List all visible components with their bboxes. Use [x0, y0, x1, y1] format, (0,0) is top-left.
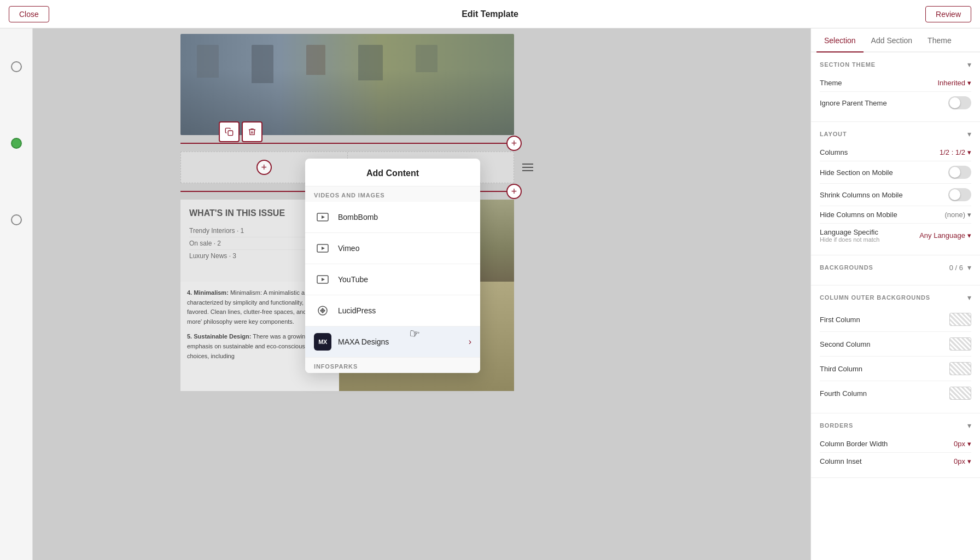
hide-columns-label: Hide Columns on Mobile: [820, 211, 897, 219]
vimeo-label: Vimeo: [338, 244, 471, 253]
backgrounds-chevron[interactable]: ▾: [967, 263, 971, 272]
right-panel: Selection Add Section Theme Section Them…: [810, 28, 980, 560]
border-width-value[interactable]: 0px ▾: [954, 440, 971, 448]
col-item-second[interactable]: Second Column: [820, 332, 971, 357]
borders-chevron[interactable]: ▾: [967, 421, 971, 430]
language-label: Language Specific: [820, 228, 879, 236]
shrink-columns-label: Shrink Columns on Mobile: [820, 191, 903, 199]
dot-indicator-1: [11, 61, 22, 72]
backgrounds-panel: Backgrounds 0 / 6 ▾: [811, 255, 980, 285]
border-inset-value[interactable]: 0px ▾: [954, 457, 971, 465]
maxa-label: MAXA Designs: [338, 337, 462, 346]
tab-theme[interactable]: Theme: [920, 28, 959, 52]
modal-item-lucidpress[interactable]: LucidPress: [305, 295, 480, 326]
backgrounds-value: 0 / 6: [949, 264, 963, 272]
vimeo-icon: [314, 240, 331, 257]
ignore-parent-toggle[interactable]: [948, 96, 971, 109]
col-item-third[interactable]: Third Column: [820, 357, 971, 381]
ignore-parent-label: Ignore Parent Theme: [820, 99, 887, 107]
dot-indicator-2[interactable]: [11, 138, 22, 149]
col-item-fourth[interactable]: Fourth Column: [820, 381, 971, 405]
tab-selection[interactable]: Selection: [816, 28, 864, 52]
borders-panel: Borders ▾ Column Border Width 0px ▾ Colu…: [811, 413, 980, 478]
top-bar: Close Edit Template Review: [0, 0, 980, 28]
column-outer-backgrounds-title: Column Outer Backgrounds: [820, 294, 930, 301]
bombbomb-label: BombBomb: [338, 213, 471, 221]
layout-title: Layout: [820, 131, 847, 137]
layout-panel: Layout ▾ Columns 1/2 : 1/2 ▾ Hide Sectio…: [811, 122, 980, 255]
hide-columns-row: Hide Columns on Mobile (none) ▾: [820, 206, 971, 224]
modal-item-youtube[interactable]: YouTube: [305, 264, 480, 295]
add-content-modal: Add Content Videos and Images BombBomb V…: [305, 159, 480, 373]
modal-item-bombbomb[interactable]: BombBomb: [305, 202, 480, 233]
page-title: Edit Template: [462, 9, 518, 19]
section-theme-title: Section Theme: [820, 61, 876, 68]
hide-columns-value[interactable]: (none) ▾: [944, 211, 971, 219]
theme-label: Theme: [820, 79, 842, 87]
copy-section-button[interactable]: [219, 121, 240, 142]
add-row-above-button[interactable]: +: [506, 136, 522, 151]
theme-value[interactable]: Inherited ▾: [937, 79, 971, 87]
lucidpress-icon: [314, 302, 331, 319]
hide-section-label: Hide Section on Mobile: [820, 168, 893, 177]
border-inset-row: Column Inset 0px ▾: [820, 453, 971, 470]
tab-add-section[interactable]: Add Section: [864, 28, 920, 52]
backgrounds-title: Backgrounds: [820, 264, 873, 271]
col-swatch-fourth[interactable]: [949, 387, 971, 400]
column-outer-backgrounds-chevron[interactable]: ▾: [967, 293, 971, 302]
add-left-col-button[interactable]: +: [256, 160, 272, 175]
col-swatch-third[interactable]: [949, 362, 971, 375]
column-outer-backgrounds-panel: Column Outer Backgrounds ▾ First Column …: [811, 285, 980, 413]
bombbomb-icon: [314, 208, 331, 226]
language-value[interactable]: Any Language ▾: [919, 231, 971, 240]
hide-section-toggle[interactable]: [948, 166, 971, 179]
modal-item-vimeo[interactable]: Vimeo: [305, 233, 480, 264]
section-theme-panel: Section Theme ▾ Theme Inherited ▾ Ignore…: [811, 52, 980, 122]
youtube-label: YouTube: [338, 275, 471, 284]
borders-title: Borders: [820, 422, 853, 429]
columns-label: Columns: [820, 148, 848, 156]
delete-section-button[interactable]: [242, 121, 262, 142]
videos-section-label: Videos and Images: [305, 186, 480, 202]
columns-row: Columns 1/2 : 1/2 ▾: [820, 144, 971, 161]
dot-indicator-3: [11, 214, 22, 225]
main-layout: + + + +: [0, 0, 980, 560]
language-row: Language Specific Hide if does not match…: [820, 224, 971, 247]
language-sublabel: Hide if does not match: [820, 236, 879, 243]
lucidpress-label: LucidPress: [338, 306, 471, 315]
col-swatch-second[interactable]: [949, 337, 971, 351]
border-width-row: Column Border Width 0px ▾: [820, 435, 971, 453]
left-sidebar: [0, 28, 33, 560]
modal-title: Add Content: [305, 159, 480, 186]
shrink-columns-row: Shrink Columns on Mobile: [820, 184, 971, 206]
infosparks-section-label: InfoSparks: [305, 358, 480, 373]
section-menu-button[interactable]: [522, 164, 533, 171]
columns-value[interactable]: 1/2 : 1/2 ▾: [940, 148, 971, 156]
modal-item-maxa[interactable]: MX MAXA Designs ›: [305, 326, 480, 358]
svg-rect-0: [228, 131, 233, 136]
review-button[interactable]: Review: [925, 6, 971, 22]
maxa-arrow-icon: ›: [469, 337, 471, 347]
border-inset-label: Column Inset: [820, 457, 862, 465]
ignore-parent-row: Ignore Parent Theme: [820, 92, 971, 114]
close-button[interactable]: Close: [9, 6, 49, 22]
youtube-icon: [314, 271, 331, 288]
col-item-first[interactable]: First Column: [820, 307, 971, 332]
maxa-icon: MX: [314, 333, 331, 351]
section-theme-chevron[interactable]: ▾: [967, 60, 971, 69]
panel-tabs: Selection Add Section Theme: [811, 28, 980, 52]
add-row-below-button[interactable]: +: [506, 184, 522, 199]
shrink-columns-toggle[interactable]: [948, 188, 971, 201]
hide-section-row: Hide Section on Mobile: [820, 161, 971, 184]
col-swatch-first[interactable]: [949, 313, 971, 326]
layout-chevron[interactable]: ▾: [967, 130, 971, 138]
theme-row: Theme Inherited ▾: [820, 74, 971, 92]
border-width-label: Column Border Width: [820, 440, 888, 448]
